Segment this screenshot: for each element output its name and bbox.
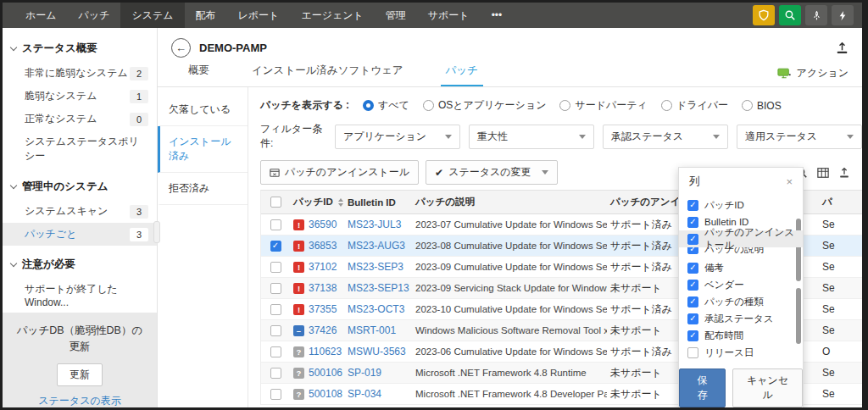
radio-option-3[interactable]: ドライバー: [661, 98, 728, 113]
nav-item-6[interactable]: 管理: [375, 3, 417, 28]
sort-icon[interactable]: [338, 198, 343, 207]
sidebar-section-title[interactable]: 管理中のシステム: [3, 173, 157, 200]
bulletin-id-link[interactable]: MS23-JUL3: [348, 219, 401, 230]
row-checkbox[interactable]: [270, 325, 281, 336]
column-checkbox[interactable]: ✓: [687, 247, 698, 254]
nav-item-5[interactable]: エージェント: [290, 3, 374, 28]
sidebar-item-0-3[interactable]: システムステータスポリシー: [3, 130, 157, 168]
patch-id-link[interactable]: 37102: [309, 261, 337, 273]
nav-item-8[interactable]: •••: [481, 3, 514, 28]
back-button[interactable]: ←: [171, 38, 191, 58]
radio-option-4[interactable]: BIOS: [742, 98, 782, 113]
column-header-1[interactable]: Bulletin ID: [344, 197, 412, 208]
sidebar-resize-handle[interactable]: [153, 221, 160, 243]
row-checkbox[interactable]: ✓: [270, 241, 281, 252]
radio-option-1[interactable]: OSとアプリケーション: [423, 98, 547, 113]
column-header-2[interactable]: パッチの説明: [412, 196, 607, 208]
column-checkbox[interactable]: ✓: [687, 280, 698, 291]
actions-menu-button[interactable]: アクション: [777, 66, 849, 86]
column-option-7[interactable]: ✓承認ステータス: [679, 310, 803, 327]
tab-2[interactable]: パッチ: [441, 64, 483, 86]
patch-id-link[interactable]: 500106: [309, 367, 342, 379]
row-checkbox[interactable]: [270, 346, 281, 357]
column-checkbox[interactable]: ✓: [687, 296, 698, 308]
column-option-4[interactable]: ✓備考: [679, 259, 803, 276]
column-checkbox[interactable]: ✓: [687, 217, 698, 228]
bulletin-id-link[interactable]: MSWU-3563: [348, 346, 406, 357]
tab-0[interactable]: 概要: [183, 64, 214, 86]
save-button[interactable]: 保存: [679, 368, 726, 407]
sidebar-section-title[interactable]: 注意が必要: [3, 251, 157, 278]
bulletin-id-link[interactable]: MS23-SEP13: [348, 282, 409, 294]
column-checkbox[interactable]: [687, 347, 698, 358]
column-header-0[interactable]: パッチID: [290, 196, 344, 208]
sidebar-section-title[interactable]: ステータス概要: [3, 35, 157, 62]
row-checkbox[interactable]: [270, 389, 281, 400]
column-checkbox[interactable]: ✓: [687, 263, 698, 274]
radio-option-0[interactable]: すべて: [363, 98, 409, 113]
row-checkbox[interactable]: [270, 219, 281, 230]
tab-1[interactable]: インストール済みソフトウェア: [247, 64, 409, 86]
row-checkbox[interactable]: [270, 304, 281, 315]
filter-select-0[interactable]: アプリケーション: [335, 125, 460, 149]
select-all-checkbox[interactable]: [270, 197, 281, 208]
sidebar-item-1-1[interactable]: パッチごと3: [3, 223, 157, 246]
bulletin-id-link[interactable]: SP-019: [348, 367, 381, 379]
scrollbar-thumb[interactable]: [796, 288, 801, 344]
column-header-4[interactable]: パ: [819, 196, 862, 208]
scrollbar-thumb[interactable]: [796, 219, 801, 281]
patch-id-link[interactable]: 37355: [309, 303, 337, 315]
column-option-5[interactable]: ✓ベンダー: [679, 276, 803, 293]
column-option-8[interactable]: ✓配布時間: [679, 327, 803, 344]
patch-id-link[interactable]: 500108: [309, 388, 342, 400]
bolt-icon[interactable]: [832, 5, 854, 25]
column-option-0[interactable]: ✓パッチID: [679, 197, 803, 213]
status-tab-0[interactable]: 欠落している: [158, 94, 248, 126]
bulletin-id-link[interactable]: SP-034: [348, 388, 381, 400]
chooser-scrollbar[interactable]: [795, 196, 801, 361]
sidebar-item-2-0[interactable]: サポートが終了した Window...: [3, 278, 157, 313]
radio-option-2[interactable]: サードパーティ: [559, 98, 647, 113]
sidebar-item-0-2[interactable]: 正常なシステム0: [3, 108, 157, 130]
show-status-link[interactable]: ステータスの表示: [14, 394, 145, 407]
column-option-9[interactable]: リリース日: [679, 344, 803, 361]
column-checkbox[interactable]: ✓: [687, 313, 698, 324]
sidebar-item-1-0[interactable]: システムスキャン3: [3, 200, 157, 223]
status-tab-1[interactable]: インストール済み: [158, 126, 248, 173]
bulletin-id-link[interactable]: MSRT-001: [348, 324, 396, 336]
row-checkbox[interactable]: [270, 283, 281, 294]
close-icon[interactable]: ×: [786, 175, 793, 188]
shield-icon[interactable]: [753, 5, 775, 25]
row-checkbox[interactable]: [270, 368, 281, 379]
nav-item-0[interactable]: ホーム: [14, 3, 68, 28]
sidebar-item-0-1[interactable]: 脆弱なシステム1: [3, 85, 157, 108]
filter-select-2[interactable]: 承認ステータス: [603, 125, 728, 149]
nav-item-2[interactable]: システム: [120, 3, 184, 28]
nav-item-3[interactable]: 配布: [185, 3, 227, 28]
nav-item-7[interactable]: サポート: [417, 3, 481, 28]
bulletin-id-link[interactable]: MS23-OCT3: [348, 303, 404, 315]
cancel-button[interactable]: キャンセル: [732, 368, 803, 407]
update-button[interactable]: 更新: [57, 363, 103, 386]
patch-id-link[interactable]: 36853: [309, 240, 337, 252]
column-chooser-icon[interactable]: [817, 167, 829, 179]
column-checkbox[interactable]: ✓: [687, 200, 698, 211]
bulletin-id-link[interactable]: MS23-AUG3: [348, 240, 405, 252]
bulletin-id-link[interactable]: MS23-SEP3: [348, 261, 403, 273]
export-icon[interactable]: [836, 42, 849, 54]
patch-id-link[interactable]: 37138: [309, 282, 337, 294]
uninstall-patch-button[interactable]: パッチのアンインストール: [260, 160, 419, 185]
column-option-6[interactable]: ✓パッチの種類: [679, 293, 803, 310]
filter-select-3[interactable]: 適用ステータス: [737, 125, 862, 149]
column-option-2[interactable]: ✓パッチのアンインストール: [679, 230, 803, 247]
status-tab-2[interactable]: 拒否済み: [158, 173, 248, 205]
rocket-icon[interactable]: [805, 5, 827, 25]
nav-item-1[interactable]: パッチ: [68, 3, 121, 28]
table-export-icon[interactable]: [838, 167, 850, 179]
patch-id-link[interactable]: 37426: [309, 324, 337, 336]
column-checkbox[interactable]: ✓: [687, 330, 698, 341]
change-status-button[interactable]: ✔ ステータスの変更: [426, 160, 557, 185]
search-icon[interactable]: [779, 5, 801, 25]
patch-id-link[interactable]: 110623: [309, 346, 342, 357]
sidebar-item-0-0[interactable]: 非常に脆弱なシステム2: [3, 62, 157, 85]
